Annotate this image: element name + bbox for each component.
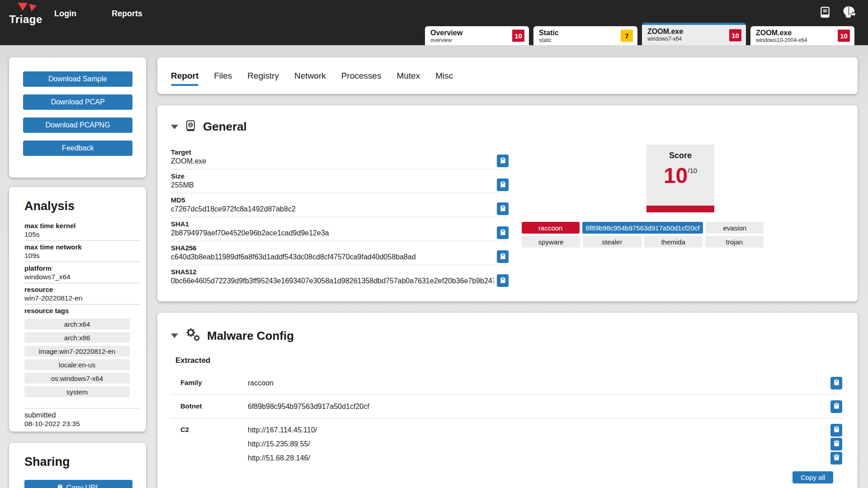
config-values: raccoon	[248, 376, 842, 390]
clipboard-icon	[500, 157, 506, 165]
score-badge: 10	[729, 29, 741, 41]
general-field-row: TargetZOOM.exe	[171, 145, 509, 169]
resource-tag[interactable]: locale:en-us	[24, 359, 130, 370]
tag-chip[interactable]: trojan	[705, 236, 764, 248]
tag-chip[interactable]: raccoon	[522, 222, 580, 234]
field-label: max time kernel	[24, 222, 140, 230]
copy-value-button[interactable]	[830, 452, 842, 465]
general-field-row: MD5c7267dc5d18ce972fc8a1492d87ab8c2	[171, 193, 509, 217]
submitted-label: submitted	[24, 411, 140, 419]
tab-network[interactable]: Network	[294, 71, 326, 81]
nav-login[interactable]: Login	[50, 6, 81, 21]
clipboard-icon	[500, 229, 506, 237]
copy-target-button[interactable]	[497, 155, 509, 167]
collapse-triangle-icon[interactable]	[171, 333, 178, 338]
config-value: 6f89b98c954b97563d917a50d1cf20cf	[248, 403, 830, 411]
field-label: max time network	[24, 243, 140, 251]
resource-tag[interactable]: system	[24, 386, 130, 397]
extracted-label: Extracted	[175, 356, 210, 365]
brain-share-icon[interactable]	[842, 5, 857, 20]
tag-chip[interactable]: 6f89b98c954b97563d917a50d1cf20cf	[582, 222, 703, 234]
config-value-line: http://167.114.45.110/	[248, 423, 842, 437]
download-pcapng-button[interactable]: Download PCAPNG	[23, 117, 132, 133]
score-value-row: 10/10	[646, 163, 714, 188]
resource-tags: arch:x64arch:x86image:win7-20220812-enlo…	[24, 319, 130, 397]
submitted-value: 08-10-2022 23:35	[24, 419, 140, 428]
resource-tags-section: resource tags arch:x64arch:x86image:win7…	[24, 305, 140, 402]
resource-tag[interactable]: arch:x64	[24, 319, 130, 329]
general-field-row: SHA256c640d3b8eab11989df6a8f63d1addf543d…	[171, 241, 509, 265]
copy-sha256-button[interactable]	[497, 250, 509, 263]
analysis-tab-windows10-2004-x64[interactable]: ZOOM.exewindows10-2004-x6410	[750, 26, 854, 45]
resource-tag[interactable]: os:windows7-x64	[24, 373, 130, 384]
analysis-tab-static[interactable]: Staticstatic7	[533, 26, 637, 45]
copy-url-label: Copy URL	[66, 484, 100, 488]
tab-registry[interactable]: Registry	[247, 71, 279, 81]
analysis-tab-strip: Overviewoverview10Staticstatic7ZOOM.exew…	[425, 23, 854, 45]
tab-title: ZOOM.exe	[756, 28, 849, 37]
copy-value-button[interactable]	[830, 400, 842, 413]
clipboard-icon	[834, 440, 840, 448]
copy-size-button[interactable]	[497, 178, 509, 191]
config-label: C2	[171, 423, 248, 465]
resource-tags-label: resource tags	[24, 307, 140, 315]
tag-chip[interactable]: evasion	[706, 222, 764, 234]
tab-subtitle: static	[539, 37, 632, 43]
resource-tag[interactable]: arch:x86	[24, 332, 130, 343]
config-value: http://51.68.28.146/	[248, 454, 830, 462]
score-bar	[646, 206, 714, 212]
resource-tag[interactable]: image:win7-20220812-en	[24, 346, 130, 357]
config-label: Botnet	[171, 399, 248, 413]
passport-book-icon	[184, 120, 197, 134]
field-value: 2b8794979aef70e4520e96b2ace1cad9d9e12e3a	[171, 229, 494, 237]
tab-mutex[interactable]: Mutex	[396, 71, 420, 81]
copy-md5-button[interactable]	[497, 202, 509, 215]
score-badge: 7	[621, 30, 633, 42]
config-values: 6f89b98c954b97563d917a50d1cf20cf	[248, 399, 842, 413]
nav-reports[interactable]: Reports	[107, 6, 147, 21]
feedback-button[interactable]: Feedback	[23, 141, 132, 156]
copy-value-button[interactable]	[830, 424, 842, 436]
analysis-field: platformwindows7_x64	[24, 262, 140, 283]
download-pcap-button[interactable]: Download PCAP	[23, 94, 132, 110]
tab-files[interactable]: Files	[214, 71, 232, 81]
tab-report[interactable]: Report	[171, 71, 198, 81]
config-row: Familyraccoon	[171, 371, 842, 394]
tag-chip[interactable]: themida	[644, 236, 703, 248]
analysis-tab-overview[interactable]: Overviewoverview10	[425, 26, 529, 45]
malware-config-header: Malware Config	[171, 328, 294, 344]
copy-value-button[interactable]	[830, 377, 842, 389]
config-value-line: 6f89b98c954b97563d917a50d1cf20cf	[248, 399, 842, 413]
tab-title: ZOOM.exe	[647, 27, 741, 36]
download-sample-button[interactable]: Download Sample	[23, 71, 132, 87]
triage-logo[interactable]: Triage	[8, 3, 44, 26]
field-label: platform	[24, 264, 140, 272]
copy-sha1-button[interactable]	[497, 226, 509, 239]
clipboard-icon	[500, 181, 506, 189]
tag-chip[interactable]: spyware	[522, 236, 580, 248]
clipboard-icon	[57, 484, 63, 488]
copy-sha512-button[interactable]	[497, 274, 509, 287]
submitted-field: submitted 08-10-2022 23:35	[24, 408, 140, 431]
config-value-line: http://51.68.28.146/	[248, 451, 842, 465]
copy-all-button[interactable]: Copy all	[793, 471, 833, 483]
tag-chip[interactable]: stealer	[583, 236, 641, 248]
copy-value-button[interactable]	[830, 438, 842, 450]
copy-url-button[interactable]: Copy URL	[24, 480, 132, 488]
report-nav-card: ReportFilesRegistryNetworkProcessesMutex…	[157, 57, 858, 94]
collapse-triangle-icon[interactable]	[171, 125, 178, 129]
config-table: FamilyraccoonBotnet6f89b98c954b97563d917…	[171, 371, 842, 469]
analysis-fields: max time kernel105smax time network109sp…	[24, 220, 140, 305]
score-value: 10	[664, 164, 688, 188]
tab-subtitle: overview	[430, 37, 524, 43]
config-value-line: raccoon	[248, 376, 842, 390]
field-value: windows7_x64	[24, 272, 140, 281]
gears-icon	[184, 328, 201, 344]
general-field-row: SHA12b8794979aef70e4520e96b2ace1cad9d9e1…	[171, 217, 509, 241]
tab-subtitle: windows10-2004-x64	[756, 37, 849, 43]
field-value: c640d3b8eab11989df6a8f63d1addf543dc08cd8…	[171, 253, 494, 261]
analysis-tab-windows7-x64[interactable]: ZOOM.exewindows7-x6410	[642, 23, 746, 45]
tab-processes[interactable]: Processes	[341, 71, 382, 81]
docs-book-icon[interactable]	[819, 6, 831, 19]
tab-misc[interactable]: Misc	[435, 71, 453, 81]
